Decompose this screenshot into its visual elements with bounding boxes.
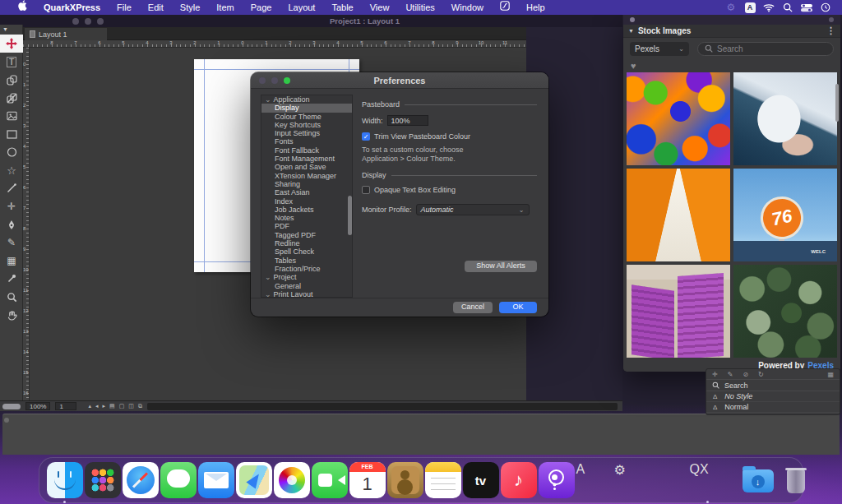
rectangle-box-tool[interactable]: [0, 125, 23, 143]
export-icon[interactable]: ⧉: [138, 403, 142, 409]
monitor-profile-select[interactable]: Automatic ⌄: [416, 204, 530, 215]
app-gear-icon[interactable]: ⚙: [724, 2, 738, 13]
prefs-sidebar-item-spell-check[interactable]: Spell Check: [261, 247, 352, 256]
menu-item-layout[interactable]: Layout: [280, 0, 323, 15]
edit-style-icon[interactable]: ✎: [728, 371, 733, 378]
view-spread-icon[interactable]: ◫: [128, 403, 134, 409]
stock-image-purple-building[interactable]: [627, 265, 730, 358]
panel-scrollbar-thumb[interactable]: [835, 84, 839, 122]
pan-hand-tool[interactable]: [0, 306, 23, 324]
dock-icon-podcasts[interactable]: [539, 462, 575, 498]
minimize-button[interactable]: [271, 77, 278, 84]
heart-icon[interactable]: ♥: [631, 61, 636, 71]
panel-menu-icon[interactable]: ⋮: [826, 25, 835, 36]
layout-tab[interactable]: Layout 1: [25, 28, 107, 40]
stock-image-ivy-leaves[interactable]: [733, 265, 837, 358]
prefs-sidebar-item-font-management[interactable]: Font Management: [261, 155, 352, 163]
dock-icon-mountain-app[interactable]: [652, 462, 688, 498]
zoom-window-button[interactable]: [97, 18, 104, 25]
collapse-button[interactable]: [829, 17, 834, 22]
zoom-level-field[interactable]: 100%: [25, 402, 50, 410]
text-unlinking-tool[interactable]: [0, 89, 23, 107]
dock-icon-finder[interactable]: [47, 462, 83, 498]
dock-icon-app-store[interactable]: A: [576, 462, 613, 498]
dock-icon-facetime[interactable]: [312, 462, 348, 498]
prefs-sidebar-item-print-layout[interactable]: Print Layout: [261, 290, 352, 298]
menu-item-style[interactable]: Style: [172, 0, 208, 15]
prefs-sidebar-item-fraction-price[interactable]: Fraction/Price: [261, 265, 352, 273]
dock-icon-messages[interactable]: [160, 462, 197, 498]
style-sheet-item-no-style[interactable]: ΔNo Style: [706, 391, 840, 402]
delete-style-icon[interactable]: ⊘: [743, 371, 748, 378]
menu-item-window[interactable]: Window: [443, 0, 492, 15]
show-all-alerts-button[interactable]: Show All Alerts: [465, 261, 537, 272]
provider-select[interactable]: Pexels ⌄: [630, 42, 689, 56]
dock-icon-calendar[interactable]: FEB1: [349, 462, 386, 498]
menu-item-view[interactable]: View: [362, 0, 398, 15]
dock-icon-music[interactable]: ♪: [501, 462, 537, 498]
stock-image-gas-station-76-sign[interactable]: 76WELC: [733, 169, 837, 261]
dock-icon-tv[interactable]: tv: [463, 462, 499, 498]
next-page-icon[interactable]: ▸: [103, 403, 106, 409]
width-field[interactable]: 100%: [387, 115, 428, 126]
prefs-sidebar-item-redline[interactable]: Redline: [261, 239, 352, 247]
item-tool[interactable]: [0, 35, 23, 53]
panel-header[interactable]: ▼ Stock Images ⋮: [623, 25, 840, 38]
menu-item-table[interactable]: Table: [323, 0, 361, 15]
stock-image-orange-canopy-architecture[interactable]: [627, 169, 730, 261]
prefs-sidebar-item-job-jackets[interactable]: Job Jackets: [261, 206, 352, 214]
table-tool[interactable]: ▦: [0, 252, 23, 270]
eyedropper-tool[interactable]: [0, 270, 23, 288]
dock-icon-trash[interactable]: [778, 462, 814, 498]
stock-search-input[interactable]: Search: [697, 42, 834, 56]
prefs-sidebar-item-colour-theme[interactable]: Colour Theme: [261, 113, 352, 121]
view-single-icon[interactable]: ▢: [119, 403, 125, 409]
oval-box-tool[interactable]: [0, 143, 23, 161]
prefs-sidebar-item-application[interactable]: Application: [261, 95, 352, 104]
picture-content-tool[interactable]: [0, 107, 23, 125]
spotlight-icon[interactable]: [781, 2, 794, 13]
dock-icon-maps[interactable]: [236, 462, 272, 498]
new-style-icon[interactable]: ✛: [712, 371, 718, 378]
prefs-sidebar-item-tables[interactable]: Tables: [261, 257, 352, 265]
prefs-sidebar-item-input-settings[interactable]: Input Settings: [261, 129, 352, 137]
prefs-sidebar-item-key-shortcuts[interactable]: Key Shortcuts: [261, 121, 352, 129]
prefs-sidebar-item-display[interactable]: Display: [261, 104, 352, 112]
dock-icon-safari[interactable]: [123, 462, 159, 498]
menu-item-file[interactable]: File: [109, 0, 140, 15]
dock-icon-mail[interactable]: [198, 462, 234, 498]
trim-view-checkbox[interactable]: ✓: [362, 132, 370, 141]
minimize-button[interactable]: [85, 18, 91, 25]
cancel-button[interactable]: Cancel: [453, 302, 493, 313]
dock-icon-launchpad[interactable]: [85, 462, 121, 498]
text-linking-tool[interactable]: [0, 71, 23, 89]
ok-button[interactable]: OK: [499, 302, 537, 313]
zoom-tool[interactable]: [0, 288, 23, 306]
prefs-sidebar-item-pdf[interactable]: PDF: [261, 222, 352, 230]
dock-icon-photos[interactable]: [274, 462, 310, 498]
prefs-sidebar-item-xtension-manager[interactable]: XTension Manager: [261, 172, 352, 180]
menu-item-utilities[interactable]: Utilities: [397, 0, 442, 15]
stock-image-woman-in-white-by-sea[interactable]: [733, 72, 837, 165]
prefs-sidebar-item-fonts[interactable]: Fonts: [261, 137, 352, 146]
update-style-icon[interactable]: ↻: [758, 371, 764, 378]
dock-icon-quarkxpress[interactable]: QX: [690, 462, 726, 498]
opaque-text-checkbox[interactable]: [362, 186, 370, 194]
page-up-icon[interactable]: ▴: [88, 403, 91, 409]
prev-page-icon[interactable]: ◂: [95, 403, 99, 409]
bezier-pen-tool[interactable]: [0, 215, 23, 234]
prefs-sidebar-item-open-and-save[interactable]: Open and Save: [261, 163, 352, 171]
stock-image-colorful-glass-flowers[interactable]: [627, 72, 730, 165]
disclosure-triangle-icon[interactable]: ▼: [628, 28, 634, 34]
transform-tool[interactable]: ✛: [0, 197, 23, 215]
clock-icon[interactable]: [819, 2, 832, 13]
close-button[interactable]: [630, 17, 635, 22]
measurements-palette[interactable]: [2, 414, 840, 455]
line-tool[interactable]: [0, 179, 23, 197]
style-sheet-item-normal[interactable]: ΔNormal: [706, 402, 840, 413]
starburst-tool[interactable]: ☆: [0, 161, 23, 179]
horizontal-scrollbar-thumb[interactable]: [2, 404, 21, 409]
prefs-sidebar-item-tagged-pdf[interactable]: Tagged PDF: [261, 231, 352, 239]
prefs-sidebar-item-east-asian[interactable]: East Asian: [261, 188, 352, 197]
prefs-sidebar-item-sharing[interactable]: Sharing: [261, 180, 352, 188]
